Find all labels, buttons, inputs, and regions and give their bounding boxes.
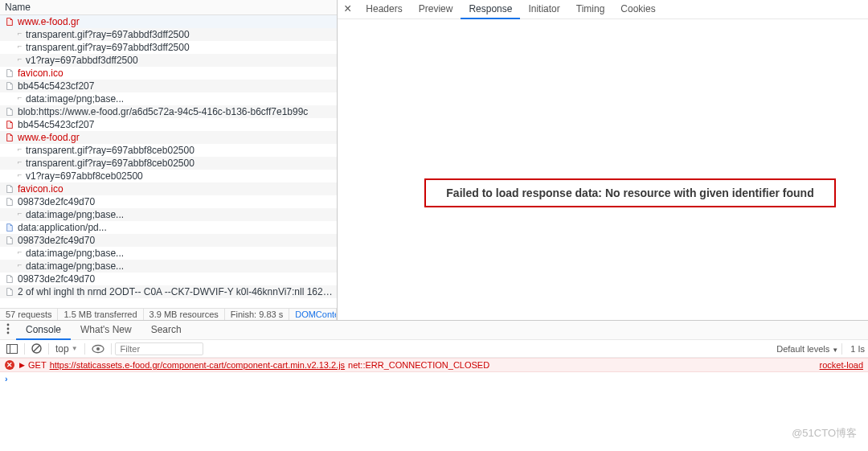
network-row[interactable]: ⌐data:image/png;base... [0,260,337,273]
chevron-down-icon: ▼ [832,346,838,354]
file-icon [5,274,14,284]
network-row[interactable]: ⌐v1?ray=697abbdf3dff2500 [0,54,337,67]
network-row-label: data:image/png;base... [26,93,124,105]
network-row-label: transparent.gif?ray=697abbdf3dff2500 [26,42,190,53]
network-row-label: transparent.gif?ray=697abbf8ceb02500 [26,158,194,169]
tree-node-icon: ⌐ [18,42,24,50]
drawer-menu-button[interactable] [0,323,16,337]
network-row[interactable]: favicon.ico [0,182,337,195]
svg-rect-3 [7,344,18,353]
file-icon [5,107,14,117]
live-expression-button[interactable] [88,342,108,355]
network-row[interactable]: ⌐data:image/png;base... [0,208,337,221]
tree-node-icon: ⌐ [18,55,24,63]
tree-node-icon: ⌐ [18,248,24,256]
chevron-down-icon: ▼ [72,345,78,352]
console-method: GET [28,360,47,370]
network-row[interactable]: 09873de2fc49d70 [0,273,337,285]
status-requests: 57 requests [0,309,58,320]
console-toolbar: top ▼ Default levels ▼ 1 Is [0,340,868,358]
context-selector-label: top [55,343,69,355]
network-row[interactable]: ⌐v1?ray=697abbf8ceb02500 [0,170,337,182]
network-row-label: v1?ray=697abbdf3dff2500 [26,55,138,66]
svg-point-2 [7,332,10,334]
network-row[interactable]: ⌐data:image/png;base... [0,247,337,260]
detail-tab-headers[interactable]: Headers [358,0,410,19]
clear-console-icon [31,343,42,354]
network-row-label: transparent.gif?ray=697abbf8ceb02500 [26,145,194,156]
tree-node-icon: ⌐ [18,145,24,153]
network-row[interactable]: ⌐transparent.gif?ray=697abbdf3dff2500 [0,28,337,41]
network-row[interactable]: bb454c5423cf207 [0,118,337,131]
network-row-label: 2 of whl inghl th nrnd 2ODT-- C0A --CK7-… [18,286,337,297]
expand-icon[interactable]: ▶ [19,361,25,369]
response-body: Failed to load response data: No resourc… [338,19,868,320]
file-icon [5,68,14,78]
file-icon [5,184,14,194]
file-icon [5,197,14,207]
console-error-row[interactable]: ✕ ▶ GET https://staticassets.e-food.gr/c… [0,358,868,372]
console-filter-input[interactable] [115,342,203,355]
network-column-header-name[interactable]: Name [0,0,337,15]
tree-node-icon: ⌐ [18,170,24,178]
context-selector[interactable]: top ▼ [52,343,81,355]
network-row-label: transparent.gif?ray=697abbdf3dff2500 [26,29,190,40]
status-dom-content-loaded[interactable]: DOMContentLoad [289,309,337,320]
detail-tab-preview[interactable]: Preview [411,0,461,19]
network-row-label: data:image/png;base... [26,248,124,259]
network-row[interactable]: bb454c5423cf207 [0,80,337,92]
detail-tab-cookies[interactable]: Cookies [612,0,663,19]
prompt-chevron-icon: › [5,374,8,383]
network-row[interactable]: www.e-food.gr [0,131,337,144]
network-row[interactable]: 09873de2fc49d70 [0,195,337,208]
file-icon [5,223,14,232]
network-row-label: v1?ray=697abbf8ceb02500 [26,170,143,182]
network-row-label: www.e-food.gr [18,16,80,27]
drawer-tab-console[interactable]: Console [16,321,71,340]
status-finish: Finish: 9.83 s [225,309,289,320]
svg-line-6 [34,346,39,351]
issues-button[interactable]: 1 Is [850,344,865,354]
drawer-tab-what-s-new[interactable]: What's New [71,321,141,340]
detail-tab-response[interactable]: Response [461,0,520,19]
network-status-bar: 57 requests 1.5 MB transferred 3.9 MB re… [0,308,337,320]
network-row-label: data:image/png;base... [26,209,124,220]
network-row[interactable]: ⌐transparent.gif?ray=697abbf8ceb02500 [0,144,337,157]
network-row-label: 09873de2fc49d70 [18,196,95,207]
tree-node-icon: ⌐ [18,260,24,269]
detail-tabs: × HeadersPreviewResponseInitiatorTimingC… [338,0,868,19]
clear-console-button[interactable] [28,342,45,355]
sidebar-toggle-button[interactable] [3,342,21,355]
detail-tab-timing[interactable]: Timing [568,0,613,19]
file-icon [5,133,14,142]
status-transferred: 1.5 MB transferred [58,309,143,320]
error-icon: ✕ [5,360,14,370]
network-row[interactable]: favicon.ico [0,67,337,80]
svg-point-8 [96,347,100,351]
status-resources: 3.9 MB resources [144,309,225,320]
network-row-label: favicon.ico [18,68,63,79]
network-row-label: data:image/png;base... [26,260,124,272]
sidebar-toggle-icon [6,344,18,354]
network-row[interactable]: data:application/pd... [0,221,337,234]
console-prompt[interactable]: › [0,372,868,385]
tree-node-icon: ⌐ [18,93,24,101]
file-icon [5,81,14,91]
console-url-link[interactable]: https://staticassets.e-food.gr/component… [50,360,345,370]
network-row[interactable]: ⌐data:image/png;base... [0,92,337,105]
network-row[interactable]: ⌐transparent.gif?ray=697abbf8ceb02500 [0,157,337,170]
network-row[interactable]: blob:https://www.e-food.gr/a6d5c72a-94c5… [0,105,337,118]
console-source-link[interactable]: rocket-load [820,360,863,370]
network-row[interactable]: 2 of whl inghl th nrnd 2ODT-- C0A --CK7-… [0,285,337,298]
tree-node-icon: ⌐ [18,158,24,166]
live-expression-icon [92,344,104,354]
drawer-tabs: ConsoleWhat's NewSearch [0,321,868,340]
drawer-tab-search[interactable]: Search [141,321,191,340]
close-detail-button[interactable]: × [342,3,358,16]
detail-tab-initiator[interactable]: Initiator [520,0,567,19]
network-row[interactable]: www.e-food.gr [0,15,337,28]
log-levels-selector[interactable]: Default levels ▼ [776,344,838,354]
network-row[interactable]: ⌐transparent.gif?ray=697abbdf3dff2500 [0,41,337,54]
console-error-type: net::ERR_CONNECTION_CLOSED [348,360,489,370]
network-row[interactable]: 09873de2fc49d70 [0,234,337,247]
